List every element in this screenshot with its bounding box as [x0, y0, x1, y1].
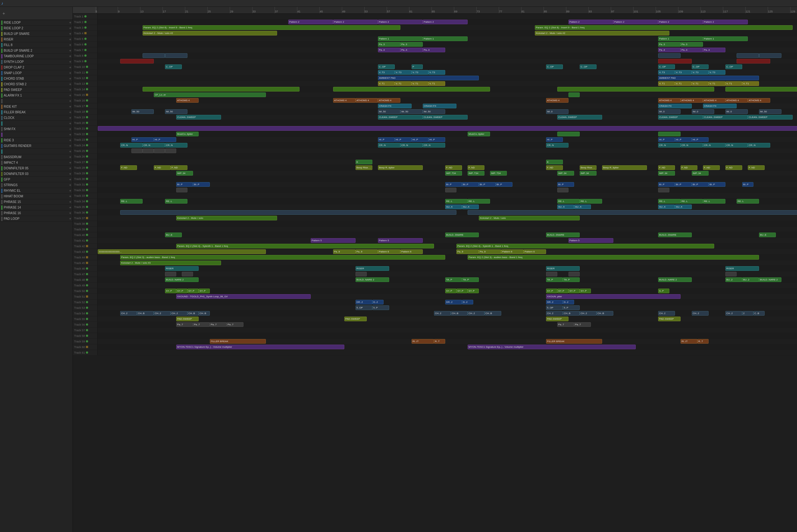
clip-row47-3[interactable]: TA..P: [462, 277, 479, 282]
clip-row20-0[interactable]: [98, 126, 797, 131]
clip-row22-4[interactable]: HI..P: [412, 137, 429, 142]
track-content-20[interactable]: [98, 126, 797, 131]
clip-row39-3[interactable]: BUILD..SNARE: [658, 232, 692, 237]
track-content-51[interactable]: DR..2D..2DR..2D..2DR..2D..2: [98, 300, 797, 305]
clip-row34-1[interactable]: SU..X: [462, 205, 479, 209]
sidebar-track-7[interactable]: SYNTH LOOP +: [0, 59, 73, 65]
track-add-button[interactable]: +: [69, 32, 71, 36]
track-add-button[interactable]: +: [69, 26, 71, 31]
clip-row51-4[interactable]: DR..2: [546, 300, 563, 304]
sidebar-track-31[interactable]: HIHAT BOOM +: [0, 194, 73, 199]
clip-row50-0[interactable]: XXOUND - TGOLD_PH1_Synth Loop_08_G#: [176, 294, 311, 299]
clip-row15-1[interactable]: ATHOMS 4: [333, 98, 356, 103]
track-content-30[interactable]: BI..PBI..PBI..PBI..PBI..PBI..PBI..PBI..P…: [98, 182, 797, 187]
clip-row15-2[interactable]: ATHOMS 4: [356, 98, 378, 103]
clip-row45-3[interactable]: RISER: [725, 266, 759, 271]
track-add-button[interactable]: +: [69, 37, 71, 42]
clip-row46-4[interactable]: [568, 272, 580, 277]
clip-row15-0[interactable]: ATHOMS 4: [176, 98, 198, 103]
track-add-button[interactable]: +: [69, 82, 71, 87]
clip-row13-1[interactable]: [333, 87, 490, 92]
track-add-button[interactable]: +: [69, 43, 71, 47]
clip-row23-11[interactable]: CR..N: [748, 143, 770, 148]
clip-row30-8[interactable]: BI..P: [675, 182, 692, 187]
track-add-button[interactable]: +: [69, 71, 71, 75]
track-content-55[interactable]: Pa..7Pa..7Pa..7Pa..7Pa..7Pa..7: [98, 322, 797, 327]
track-content-39[interactable]: BU..EBUILD..SNAREBUILD..SNAREBUILD..SNAR…: [98, 232, 797, 238]
clip-row10-5[interactable]: V..T3: [675, 70, 692, 75]
sidebar-track-17[interactable]: CLOCK +: [0, 115, 73, 121]
clip-row27-0[interactable]: F..ND: [120, 165, 137, 170]
clip-row33-3[interactable]: RE..L: [468, 199, 490, 204]
clip-row9-3[interactable]: C..OP: [546, 64, 563, 69]
clip-row45-2[interactable]: RISER: [546, 266, 580, 271]
track-content-57[interactable]: [98, 333, 797, 338]
clip-row28-3[interactable]: IMP..T34: [490, 171, 507, 175]
clip-row27-11[interactable]: F..ND: [681, 165, 697, 170]
track-content-28[interactable]: IMP..34IMP..T34IMP..T34IMP..T34IMP..34IM…: [98, 171, 797, 176]
clip-row22-3[interactable]: HI..P: [395, 137, 412, 142]
clip-row16-3[interactable]: CRASH FX: [703, 104, 737, 108]
clip-row23-9[interactable]: CR..N: [703, 143, 725, 148]
clip-row49-10[interactable]: SY..P: [580, 289, 591, 293]
clip-row53-2[interactable]: CH..2: [154, 311, 171, 316]
sidebar-track-6[interactable]: TAMBOURINE LOOP +: [0, 54, 73, 59]
clip-row18-3[interactable]: CLEAN..SWEEP: [557, 115, 602, 119]
clip-row40-1[interactable]: Pattern 5: [378, 238, 423, 243]
clip-row10-1[interactable]: V..T3: [395, 70, 412, 75]
clip-row51-5[interactable]: D..2: [563, 300, 574, 304]
clip-row9-5[interactable]: C..OP: [658, 64, 675, 69]
clip-row40-0[interactable]: Pattern 5: [311, 238, 356, 243]
clip-row27-2[interactable]: F..ND: [171, 165, 187, 170]
clip-row9-7[interactable]: C..OP: [725, 64, 742, 69]
clip-row31-3[interactable]: [658, 188, 669, 192]
clip-row33-9[interactable]: RE..L: [737, 199, 759, 204]
clip-row53-4[interactable]: CH..B: [187, 311, 198, 316]
clip-row16-0[interactable]: CRASH FX: [378, 104, 412, 108]
clip-row16-2[interactable]: CRASH FX: [658, 104, 692, 108]
clip-row42-7[interactable]: Pattern 6: [501, 249, 524, 254]
track-content-35[interactable]: [98, 210, 797, 215]
clip-row24-2[interactable]: [154, 149, 165, 153]
track-content-32[interactable]: [98, 193, 797, 198]
clip-row24-3[interactable]: [165, 149, 176, 153]
clip-row46-1[interactable]: [182, 272, 193, 277]
clip-row30-9[interactable]: BI..P: [692, 182, 708, 187]
clip-row21-1[interactable]: MusiCo..tiplier: [468, 132, 490, 136]
clip-row9-2[interactable]: P: [412, 64, 423, 69]
clip-row58-2[interactable]: R..T: [434, 339, 445, 344]
clip-row23-5[interactable]: CR..N: [423, 143, 445, 148]
clip-row12-2[interactable]: V..T1: [412, 81, 429, 86]
clip-row13-3[interactable]: [725, 87, 797, 92]
clip-row55-1[interactable]: Pa..7: [193, 322, 210, 327]
clip-row33-6[interactable]: RE..L: [658, 199, 681, 204]
clip-row33-2[interactable]: RE..L: [445, 199, 468, 204]
clip-row27-7[interactable]: F..ND: [546, 165, 563, 170]
track-content-25[interactable]: [98, 154, 797, 159]
clip-row12-0[interactable]: V..T1: [378, 81, 395, 86]
clip-row22-7[interactable]: HI..P: [658, 137, 675, 142]
clip-row30-0[interactable]: BI..P: [176, 182, 193, 187]
clip-row55-0[interactable]: Pa..7: [176, 322, 193, 327]
track-content-29[interactable]: [98, 176, 797, 182]
clip-row15-3[interactable]: ATHOMS 4: [378, 98, 400, 103]
clip-row15-4[interactable]: ATHOMS 4: [546, 98, 568, 103]
clip-row42-0[interactable]: 333333333333333...: [98, 249, 266, 254]
clip-row7-2[interactable]: [658, 53, 681, 58]
clip-row7-0[interactable]: [143, 53, 165, 58]
clip-row23-7[interactable]: CR..N: [658, 143, 681, 148]
clip-row31-1[interactable]: [445, 188, 456, 192]
clip-row30-1[interactable]: BI..P: [193, 182, 210, 187]
clip-row9-6[interactable]: C..OP: [692, 64, 708, 69]
clip-row3-1[interactable]: Kickstart 2 - Mute / solo #2: [535, 31, 669, 36]
sidebar-track-22[interactable]: GUITARS RENDER +: [0, 143, 73, 149]
clip-row54-0[interactable]: PAD-SWEEP: [176, 317, 198, 321]
clip-row51-3[interactable]: D..2: [462, 300, 473, 304]
clip-row43-1[interactable]: Param. EQ 2 (Slot 3) - audien bass - Ban…: [468, 255, 759, 260]
clip-row21-2[interactable]: [557, 132, 580, 136]
clip-row24-1[interactable]: [143, 149, 154, 153]
sidebar-track-20[interactable]: +: [0, 132, 73, 138]
clip-row23-0[interactable]: CR..N: [120, 143, 143, 148]
track-content-31[interactable]: [98, 187, 797, 193]
sidebar-track-12[interactable]: PAD SWEEP +: [0, 87, 73, 93]
